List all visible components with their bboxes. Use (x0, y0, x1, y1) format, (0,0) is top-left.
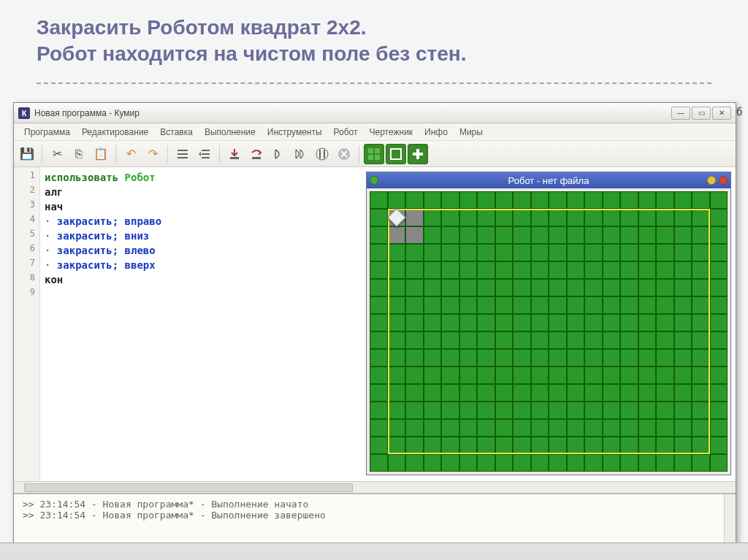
grid-cell[interactable] (495, 349, 514, 367)
grid-cell[interactable] (531, 384, 549, 402)
grid-cell[interactable] (549, 191, 567, 209)
grid-cell[interactable] (424, 402, 442, 419)
grid-cell[interactable] (692, 296, 710, 314)
grid-cell[interactable] (531, 454, 549, 472)
grid-cell[interactable] (674, 384, 692, 402)
grid-cell[interactable] (692, 419, 710, 437)
grid-cell[interactable] (692, 209, 710, 226)
grid-cell[interactable] (656, 261, 674, 279)
grid-cell[interactable] (584, 244, 603, 261)
grid-cell[interactable] (441, 191, 459, 209)
maximize-button[interactable]: ▭ (692, 107, 711, 120)
grid-cell[interactable] (567, 384, 585, 402)
grid-cell[interactable] (656, 454, 674, 472)
grid-cell[interactable] (441, 384, 459, 402)
grid-cell[interactable] (405, 209, 424, 226)
grid-cell[interactable] (477, 419, 495, 437)
grid-cell[interactable] (638, 314, 657, 331)
grid-cell[interactable] (370, 279, 388, 296)
grid-cell[interactable] (441, 454, 459, 472)
grid-cell[interactable] (531, 314, 549, 331)
grid-cell[interactable] (424, 454, 442, 472)
grid-cell[interactable] (638, 437, 657, 454)
grid-cell[interactable] (459, 419, 478, 437)
grid-cell[interactable] (584, 279, 603, 296)
grid-cell[interactable] (531, 296, 549, 314)
grid-cell[interactable] (603, 244, 621, 261)
save-icon[interactable]: 💾 (17, 144, 37, 164)
grid-cell[interactable] (620, 209, 638, 226)
grid-cell[interactable] (405, 261, 424, 279)
grid-cell[interactable] (674, 279, 692, 296)
grid-cell[interactable] (603, 331, 621, 349)
grid-cell[interactable] (549, 402, 567, 419)
grid-cell[interactable] (549, 209, 567, 226)
grid-cell[interactable] (584, 226, 603, 244)
grid-cell[interactable] (584, 367, 603, 384)
grid-cell[interactable] (656, 209, 674, 226)
grid-cell[interactable] (513, 454, 531, 472)
grid-cell[interactable] (674, 244, 692, 261)
grid-cell[interactable] (549, 279, 567, 296)
grid-cell[interactable] (567, 226, 585, 244)
grid-cell[interactable] (674, 349, 692, 367)
grid-cell[interactable] (620, 367, 638, 384)
grid-cell[interactable] (370, 419, 388, 437)
grid-cell[interactable] (459, 367, 478, 384)
grid-cell[interactable] (531, 419, 549, 437)
grid-cell[interactable] (405, 331, 424, 349)
grid-cell[interactable] (424, 437, 442, 454)
grid-cell[interactable] (692, 191, 710, 209)
grid-cell[interactable] (638, 402, 657, 419)
output-scrollbar-v[interactable] (724, 494, 736, 548)
grid-cell[interactable] (513, 402, 531, 419)
grid-cell[interactable] (638, 331, 657, 349)
grid-cell[interactable] (692, 367, 710, 384)
grid-cell[interactable] (620, 244, 638, 261)
grid-cell[interactable] (495, 209, 514, 226)
grid-cell[interactable] (692, 384, 710, 402)
grid-cell[interactable] (477, 331, 495, 349)
grid-cell[interactable] (477, 367, 495, 384)
grid-cell[interactable] (424, 209, 442, 226)
grid-cell[interactable] (477, 209, 495, 226)
grid-border-icon[interactable] (386, 144, 406, 164)
grid-cell[interactable] (603, 402, 621, 419)
grid-cell[interactable] (710, 296, 728, 314)
grid-cell[interactable] (495, 279, 514, 296)
grid-cell[interactable] (424, 349, 442, 367)
menu-program[interactable]: Программа (18, 125, 76, 139)
grid-cell[interactable] (459, 402, 478, 419)
run-icon[interactable] (268, 144, 289, 164)
grid-cell[interactable] (441, 419, 459, 437)
grid-cell[interactable] (495, 296, 514, 314)
grid-cell[interactable] (513, 226, 531, 244)
grid-cell[interactable] (638, 349, 657, 367)
redo-icon[interactable]: ↷ (142, 144, 163, 164)
grid-cell[interactable] (441, 244, 459, 261)
grid-cell[interactable] (710, 454, 728, 472)
grid-cell[interactable] (567, 419, 585, 437)
grid-cell[interactable] (710, 331, 728, 349)
grid-cell[interactable] (710, 314, 728, 331)
robot-dot-green-icon[interactable] (370, 176, 378, 185)
editor-scrollbar-h[interactable] (14, 481, 736, 493)
grid-cell[interactable] (620, 349, 638, 367)
grid-cell[interactable] (405, 244, 424, 261)
grid-cell[interactable] (584, 314, 603, 331)
grid-cell[interactable] (584, 331, 603, 349)
grid-cell[interactable] (638, 384, 657, 402)
grid-cell[interactable] (388, 384, 406, 402)
grid-cell[interactable] (710, 384, 728, 402)
grid-cell[interactable] (459, 331, 478, 349)
grid-cell[interactable] (674, 331, 692, 349)
grid-cell[interactable] (388, 402, 406, 419)
grid-cell[interactable] (567, 331, 585, 349)
grid-cell[interactable] (495, 402, 514, 419)
grid-cell[interactable] (495, 384, 514, 402)
run-fast-icon[interactable] (290, 144, 310, 164)
grid-cell[interactable] (638, 244, 657, 261)
grid-cell[interactable] (549, 367, 567, 384)
grid-cell[interactable] (370, 402, 388, 419)
grid-cell[interactable] (638, 191, 657, 209)
